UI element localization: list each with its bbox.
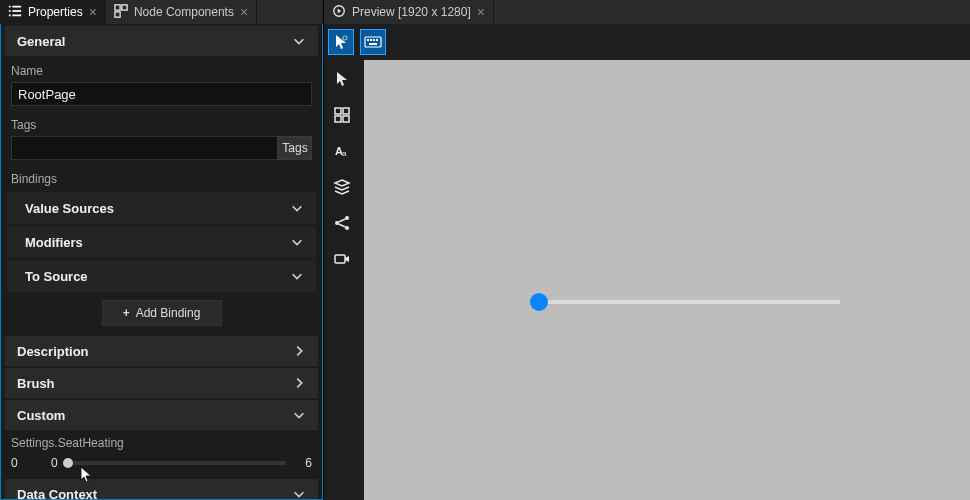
chevron-down-icon <box>292 34 306 48</box>
add-binding-label: Add Binding <box>136 306 201 320</box>
share-tool[interactable] <box>329 210 355 236</box>
chevron-right-icon <box>292 344 306 358</box>
section-description[interactable]: Description <box>5 336 318 366</box>
chevron-down-icon <box>290 269 304 283</box>
value-sources-label: Value Sources <box>25 201 114 216</box>
svg-rect-3 <box>12 10 21 12</box>
section-data-context-label: Data Context <box>17 487 97 501</box>
keyboard-tool[interactable] <box>360 29 386 55</box>
section-custom[interactable]: Custom <box>5 400 318 430</box>
pointer-tool[interactable] <box>328 29 354 55</box>
name-label: Name <box>1 58 322 82</box>
slider-min: 0 <box>11 456 41 470</box>
preview-area <box>360 60 970 500</box>
slider-max: 6 <box>296 456 312 470</box>
tab-properties[interactable]: Properties × <box>0 0 106 24</box>
svg-rect-2 <box>9 10 11 12</box>
svg-rect-8 <box>115 11 120 16</box>
section-data-context[interactable]: Data Context <box>5 479 318 500</box>
section-custom-label: Custom <box>17 408 65 423</box>
preview-slider-handle[interactable] <box>530 293 548 311</box>
section-to-source[interactable]: To Source <box>7 260 316 292</box>
tab-preview[interactable]: Preview [1920 x 1280] × <box>324 0 494 24</box>
preview-slider-track[interactable] <box>539 300 840 304</box>
svg-rect-16 <box>369 43 377 45</box>
preview-top-toolbar <box>324 24 970 60</box>
custom-slider-block: Settings.SeatHeating 0 0 6 <box>1 432 322 477</box>
svg-rect-5 <box>12 14 21 16</box>
close-icon[interactable]: × <box>89 5 97 19</box>
plus-icon: + <box>123 306 130 320</box>
slider-track[interactable] <box>68 455 286 471</box>
left-tabbar: Properties × Node Components × <box>0 0 323 24</box>
section-description-label: Description <box>17 344 89 359</box>
svg-rect-26 <box>335 255 345 263</box>
svg-rect-4 <box>9 14 11 16</box>
svg-rect-11 <box>365 37 381 47</box>
add-binding-button[interactable]: + Add Binding <box>102 300 222 326</box>
modifiers-label: Modifiers <box>25 235 83 250</box>
chevron-down-icon <box>292 487 306 500</box>
to-source-label: To Source <box>25 269 88 284</box>
svg-rect-20 <box>343 116 349 122</box>
section-general-label: General <box>17 34 65 49</box>
svg-point-10 <box>343 36 347 40</box>
slider-label: Settings.SeatHeating <box>11 436 312 450</box>
name-input[interactable] <box>11 82 312 106</box>
slider-handle[interactable] <box>63 458 73 468</box>
chevron-down-icon <box>292 408 306 422</box>
close-icon[interactable]: × <box>240 5 248 19</box>
chevron-right-icon <box>292 376 306 390</box>
properties-body: General Name Tags Tags Bindings Value So… <box>0 24 323 500</box>
svg-rect-13 <box>370 39 372 41</box>
text-tool[interactable]: Aa <box>329 138 355 164</box>
layers-tool[interactable] <box>329 174 355 200</box>
camera-tool[interactable] <box>329 246 355 272</box>
list-icon <box>8 4 22 21</box>
chevron-down-icon <box>290 235 304 249</box>
section-general[interactable]: General <box>5 26 318 56</box>
svg-text:a: a <box>342 149 347 158</box>
svg-rect-15 <box>376 39 378 41</box>
section-brush[interactable]: Brush <box>5 368 318 398</box>
properties-panel: Properties × Node Components × General N… <box>0 0 324 500</box>
tab-node-components[interactable]: Node Components × <box>106 0 257 24</box>
svg-rect-12 <box>367 39 369 41</box>
svg-rect-18 <box>343 108 349 114</box>
svg-rect-6 <box>115 4 120 9</box>
svg-rect-19 <box>335 116 341 122</box>
tags-input[interactable] <box>11 136 278 160</box>
close-icon[interactable]: × <box>477 5 485 19</box>
preview-body: Aa <box>324 60 970 500</box>
svg-rect-7 <box>122 4 127 9</box>
tab-properties-label: Properties <box>28 5 83 19</box>
chevron-down-icon <box>290 201 304 215</box>
svg-rect-14 <box>373 39 375 41</box>
svg-rect-1 <box>12 5 21 7</box>
svg-rect-17 <box>335 108 341 114</box>
tags-label: Tags <box>1 112 322 136</box>
tab-node-components-label: Node Components <box>134 5 234 19</box>
slider-value: 0 <box>51 456 58 470</box>
bindings-label: Bindings <box>1 166 322 190</box>
tab-preview-label: Preview [1920 x 1280] <box>352 5 471 19</box>
section-modifiers[interactable]: Modifiers <box>7 226 316 258</box>
preview-side-toolbar: Aa <box>324 60 360 500</box>
right-tabbar: Preview [1920 x 1280] × <box>324 0 970 24</box>
select-tool[interactable] <box>329 66 355 92</box>
preview-panel: Preview [1920 x 1280] × Aa <box>324 0 970 500</box>
grid-tool[interactable] <box>329 102 355 128</box>
canvas-wrap <box>360 60 970 500</box>
svg-rect-0 <box>9 5 11 7</box>
canvas[interactable] <box>364 60 970 500</box>
section-value-sources[interactable]: Value Sources <box>7 192 316 224</box>
tags-button[interactable]: Tags <box>278 136 312 160</box>
section-brush-label: Brush <box>17 376 55 391</box>
slider-row: 0 0 6 <box>11 455 312 471</box>
play-icon <box>332 4 346 21</box>
components-icon <box>114 4 128 21</box>
tags-row: Tags <box>11 136 312 160</box>
